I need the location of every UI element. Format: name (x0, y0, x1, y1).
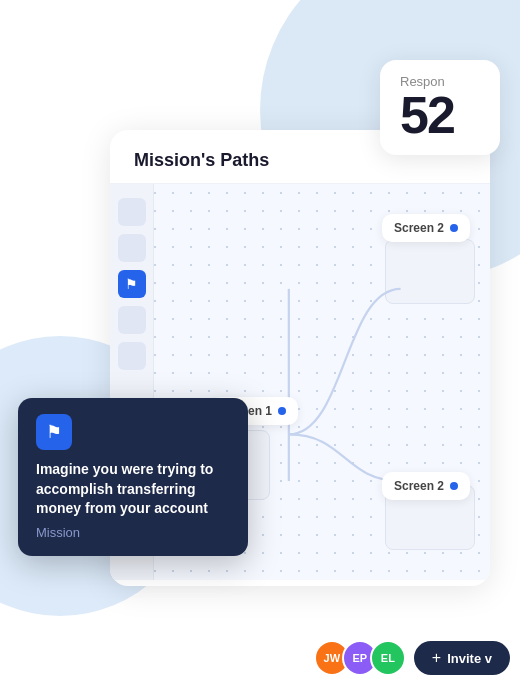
screen-2b-label: Screen 2 (394, 479, 444, 493)
avatar-ep-initials: EP (353, 652, 368, 664)
tooltip-flag-icon: ⚑ (46, 421, 62, 443)
avatar-group: JW EP EL (314, 640, 406, 676)
invite-button[interactable]: + Invite v (414, 641, 510, 675)
tooltip-mission-label: Mission (36, 525, 230, 540)
avatar-el[interactable]: EL (370, 640, 406, 676)
invite-label: Invite v (447, 651, 492, 666)
nav-item-4[interactable] (118, 306, 146, 334)
nav-item-1[interactable] (118, 198, 146, 226)
screen-node-2a[interactable]: Screen 2 (382, 214, 470, 242)
avatar-el-initials: EL (381, 652, 395, 664)
response-number: 52 (400, 89, 480, 141)
screen-1-dot (278, 407, 286, 415)
tooltip-text: Imagine you were trying to accomplish tr… (36, 460, 230, 519)
screen-2b-dot (450, 482, 458, 490)
tooltip-card: ⚑ Imagine you were trying to accomplish … (18, 398, 248, 556)
tooltip-flag-box: ⚑ (36, 414, 72, 450)
response-card: Respon 52 (380, 60, 500, 155)
nav-item-5[interactable] (118, 342, 146, 370)
invite-plus-icon: + (432, 649, 441, 667)
nav-item-2[interactable] (118, 234, 146, 262)
flag-icon: ⚑ (125, 276, 138, 292)
bottom-bar: JW EP EL + Invite v (314, 640, 510, 676)
avatar-jw-initials: JW (324, 652, 341, 664)
tooltip-icon-row: ⚑ (36, 414, 230, 450)
screen-2a-label: Screen 2 (394, 221, 444, 235)
nav-item-3-active[interactable]: ⚑ (118, 270, 146, 298)
screen-box-2a (385, 239, 475, 304)
screen-node-2b[interactable]: Screen 2 (382, 472, 470, 500)
screen-2a-dot (450, 224, 458, 232)
